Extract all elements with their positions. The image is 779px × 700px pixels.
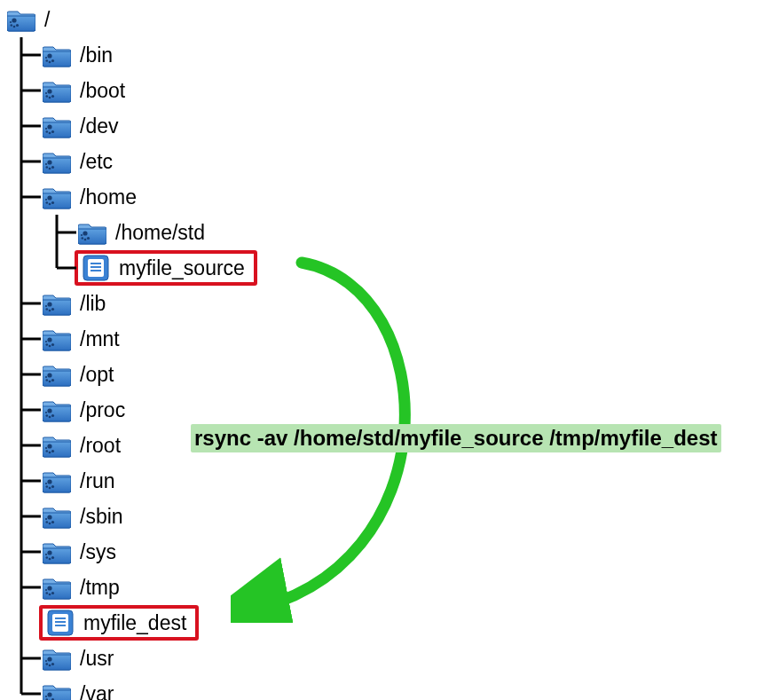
folder-icon bbox=[39, 321, 75, 357]
node-label: /mnt bbox=[80, 327, 120, 351]
node-label: /var bbox=[80, 682, 114, 701]
folder-icon bbox=[39, 37, 75, 73]
tree-node-usr: /usr bbox=[4, 641, 257, 676]
folder-icon bbox=[39, 108, 75, 144]
node-label: /sbin bbox=[80, 505, 123, 529]
folder-icon bbox=[39, 641, 75, 676]
node-label: /proc bbox=[80, 398, 125, 422]
node-label: /boot bbox=[80, 79, 125, 103]
node-label: /etc bbox=[80, 150, 113, 174]
folder-icon bbox=[39, 179, 75, 215]
node-label: /usr bbox=[80, 647, 114, 671]
node-label: /tmp bbox=[80, 576, 120, 600]
node-label: /run bbox=[80, 469, 115, 493]
tree-node-var: /var bbox=[4, 676, 257, 700]
tree-node-run: /run bbox=[4, 463, 257, 499]
tree-node-sbin: /sbin bbox=[4, 499, 257, 534]
folder-icon bbox=[75, 215, 110, 250]
node-label: /home bbox=[80, 185, 137, 209]
tree-node-myfile-dest: myfile_dest bbox=[4, 605, 257, 641]
folder-icon bbox=[39, 534, 75, 570]
tree-node-etc: /etc bbox=[4, 144, 257, 179]
tree-node-lib: /lib bbox=[4, 286, 257, 321]
node-label: /opt bbox=[80, 363, 114, 387]
node-label: myfile_dest bbox=[83, 611, 186, 635]
tree-node-dev: /dev bbox=[4, 108, 257, 144]
tree-node-home-std: /home/std bbox=[4, 215, 257, 250]
tree-node-boot: /boot bbox=[4, 73, 257, 108]
rsync-command: rsync -av /home/std/myfile_source /tmp/m… bbox=[191, 424, 721, 452]
node-label: /home/std bbox=[115, 221, 205, 245]
folder-icon bbox=[39, 357, 75, 392]
filesystem-tree: / /bin /boot /dev /etc /home /home/std bbox=[4, 2, 257, 700]
folder-icon bbox=[39, 570, 75, 605]
file-icon bbox=[43, 605, 78, 641]
tree-node-sys: /sys bbox=[4, 534, 257, 570]
node-label: /dev bbox=[80, 114, 118, 138]
node-label: /root bbox=[80, 434, 121, 458]
node-label: myfile_source bbox=[119, 256, 245, 280]
folder-icon bbox=[39, 73, 75, 108]
tree-node-bin: /bin bbox=[4, 37, 257, 73]
tree-node-mnt: /mnt bbox=[4, 321, 257, 357]
tree-node-myfile-source: myfile_source bbox=[4, 250, 257, 286]
node-label: /bin bbox=[80, 43, 113, 67]
file-icon bbox=[78, 250, 114, 286]
folder-icon bbox=[39, 392, 75, 428]
tree-node-home: /home bbox=[4, 179, 257, 215]
folder-icon bbox=[4, 2, 39, 37]
folder-icon bbox=[39, 286, 75, 321]
node-label: / bbox=[44, 8, 50, 32]
node-label: /sys bbox=[80, 540, 116, 564]
node-label: /lib bbox=[80, 292, 106, 316]
highlight-source: myfile_source bbox=[75, 250, 257, 286]
tree-node-proc: /proc bbox=[4, 392, 257, 428]
tree-node-tmp: /tmp bbox=[4, 570, 257, 605]
folder-icon bbox=[39, 499, 75, 534]
tree-node-root: / bbox=[4, 2, 257, 37]
folder-icon bbox=[39, 144, 75, 179]
highlight-dest: myfile_dest bbox=[39, 605, 199, 641]
tree-node-opt: /opt bbox=[4, 357, 257, 392]
folder-icon bbox=[39, 676, 75, 700]
folder-icon bbox=[39, 463, 75, 499]
folder-icon bbox=[39, 428, 75, 463]
